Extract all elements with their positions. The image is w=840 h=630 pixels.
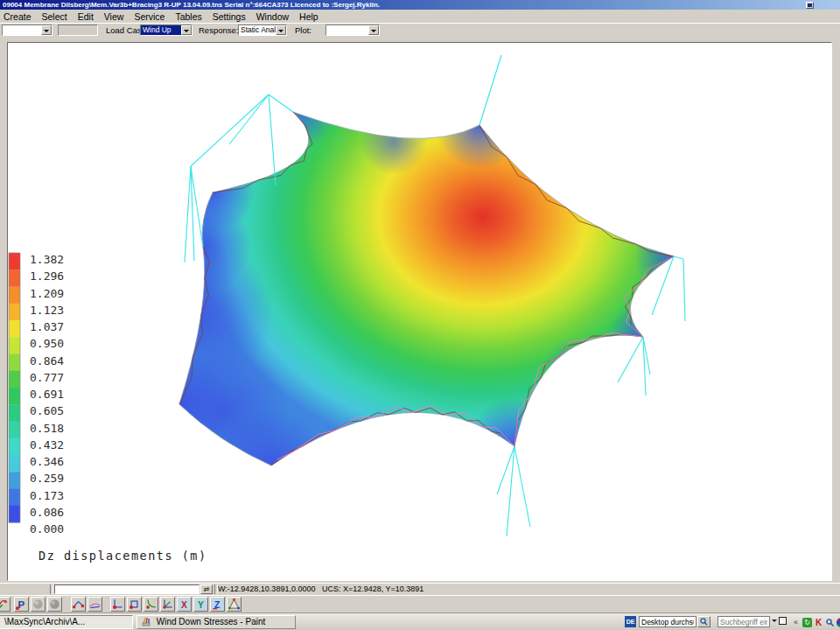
plane-y-icon: Y [194,598,207,611]
legend-value: 0.518 [30,422,64,435]
legend-value: 1.123 [30,304,64,317]
legend-value: 1.037 [30,320,64,333]
plane-z-icon: Z [211,598,224,611]
legend-value: 0.000 [30,522,64,536]
menu-item-settings[interactable]: Settings [207,10,251,22]
taskbar: \MaxSync\Archiv\A... Wind Down Stresses … [0,612,840,630]
status-bar: ⇄ W:-12.9428,10.3891,0.0000 UCS: X=12.94… [0,583,840,596]
window-box-icon[interactable] [779,617,787,625]
legend-value: 0.173 [30,489,64,502]
plane-x-icon: X [178,598,191,611]
chevron-down-icon[interactable] [368,25,379,35]
orbit-shade-a-button[interactable] [31,597,46,612]
taskbar-item-paint[interactable]: Wind Down Stresses - Paint [136,615,296,629]
snap-point-button[interactable] [71,597,86,612]
legend-value: 0.950 [30,337,64,350]
svg-text:Y: Y [198,600,204,610]
brush-colorful-button[interactable] [0,597,10,612]
paint-icon [141,616,151,629]
orbit-shade-b-button[interactable] [47,597,62,612]
model-canvas[interactable]: 1.3821.2961.2091.1231.0370.9500.8640.777… [7,42,832,581]
menu-item-edit[interactable]: Edit [73,10,99,22]
legend-value: 1.382 [30,253,64,266]
chevron-down-icon[interactable] [772,620,777,625]
legend-value: 0.691 [30,388,64,401]
legend-value: 1.296 [30,270,64,283]
legend-value: 0.259 [30,472,64,485]
menu-item-window[interactable]: Window [251,10,294,22]
load-case-value: Wind Up [143,25,172,34]
ucs-axis-icon [161,598,174,611]
menu-item-select[interactable]: Select [37,10,73,22]
quick-select-combo[interactable] [2,24,52,36]
point-p-icon: P [15,598,28,611]
command-input[interactable] [54,584,200,594]
language-badge[interactable]: DE [625,616,636,627]
menu-bar: CreateSelectEditViewServiceTablesSetting… [0,10,840,23]
menu-item-help[interactable]: Help [294,10,324,22]
legend-value: 0.346 [30,455,64,468]
legend-value: 0.777 [30,371,64,384]
legend-value: 0.605 [30,404,64,417]
ucs-corner-button[interactable] [110,597,125,612]
work-area: 1.3821.2961.2091.1231.0370.9500.8640.777… [0,36,840,583]
legend-value: 0.864 [30,354,64,368]
ucs-box-button[interactable] [127,597,142,612]
snap-beam-icon [88,598,102,611]
plot-label: Plot: [295,25,312,36]
color-legend: 1.3821.2961.2091.1231.0370.9500.8640.777… [9,253,64,536]
system-tray: « ↻K [791,615,840,629]
axes-iso-button[interactable] [227,597,242,612]
app-window: 09004 Membrane Dilsberg\Mem.Var3b+Bracin… [0,0,840,630]
taskbar-item-explorer[interactable]: \MaxSync\Archiv\A... [0,615,133,629]
orbit-shade-b-icon [48,598,61,611]
snap-point-icon [72,598,85,611]
chevron-down-icon[interactable] [181,25,192,35]
snap-beam-button[interactable] [88,597,102,612]
load-case-combo[interactable]: Wind Up [140,24,192,36]
search-icon[interactable] [697,616,710,627]
brush-colorful-icon [0,598,10,611]
menu-item-create[interactable]: Create [0,10,37,22]
axes-iso-icon [228,598,241,611]
ucs-box-icon [128,598,141,611]
snap-toolbar: PXYZ [0,595,840,613]
chevron-down-icon[interactable] [41,25,52,35]
desktop-search-input[interactable] [639,616,696,627]
svg-text:Z: Z [214,600,220,610]
tray-expand-icon[interactable]: « [791,618,801,627]
minimize-icon[interactable] [806,2,814,9]
ucs-green-icon [144,598,158,611]
menu-item-service[interactable]: Service [129,10,170,22]
swap-arrows-icon[interactable]: ⇄ [200,584,213,594]
point-p-button[interactable]: P [14,597,29,612]
svg-text:X: X [181,600,187,610]
k-red-icon[interactable]: K [814,618,823,627]
plot-title: Dz displacements (m) [38,549,207,563]
model-viewport[interactable]: 1.3821.2961.2091.1231.0370.9500.8640.777… [8,43,831,580]
svg-text:P: P [18,599,24,610]
plot-combo[interactable] [326,24,380,36]
response-combo[interactable]: Static Analysis Re [238,24,287,36]
secondary-box[interactable] [58,24,98,36]
ucs-green-button[interactable] [144,597,158,612]
title-bar[interactable]: 09004 Membrane Dilsberg\Mem.Var3b+Bracin… [0,0,840,10]
ucs-corner-icon [111,598,124,611]
menu-item-tables[interactable]: Tables [170,10,206,22]
legend-value: 0.086 [30,506,64,519]
plane-y-button[interactable]: Y [193,597,208,612]
menu-item-view[interactable]: View [99,10,130,22]
colorwheel-icon[interactable] [836,618,840,627]
chevron-down-icon[interactable] [276,25,286,35]
window-title: 09004 Membrane Dilsberg\Mem.Var3b+Bracin… [3,1,380,9]
orbit-shade-a-icon [32,598,45,611]
plane-x-button[interactable]: X [177,597,192,612]
coordinate-readout: W:-12.9428,10.3891,0.0000 UCS: X=12.9428… [218,584,424,595]
sync-green-icon[interactable]: ↻ [802,618,812,627]
legend-value: 1.209 [30,287,64,300]
plane-z-button[interactable]: Z [210,597,225,612]
main-toolbar: Load Case: Wind Up Response: Static Anal… [0,23,840,37]
ucs-axis-button[interactable] [160,597,175,612]
searchterm-input[interactable] [718,616,770,627]
magnifier-icon[interactable] [825,618,835,627]
